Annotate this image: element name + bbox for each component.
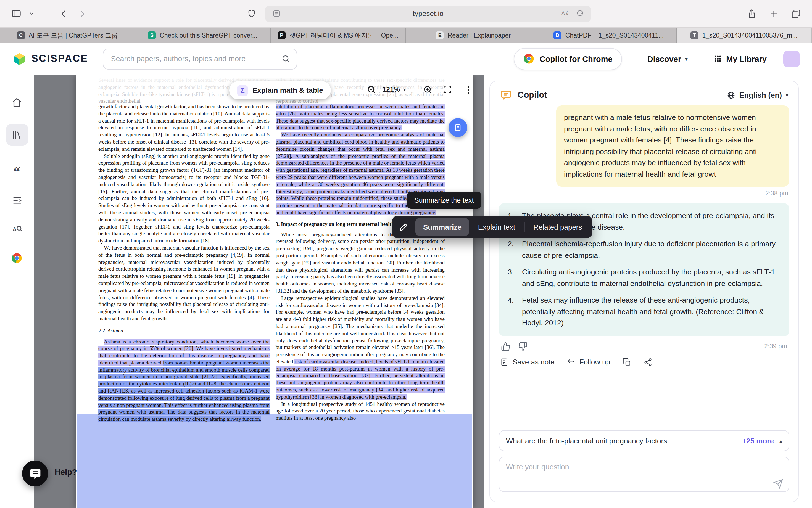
tab-favicon: C [17, 32, 25, 39]
highlighter-icon[interactable] [394, 218, 413, 236]
privacy-shield-icon[interactable] [243, 5, 259, 22]
pdf-page[interactable]: Several lines of evidence support a role… [76, 75, 474, 508]
chrome-icon [11, 252, 23, 264]
copilot-panel-area: Copilot English (en) ▾ pregnant with a m… [484, 75, 812, 508]
copilot-header: Copilot English (en) ▾ [490, 81, 798, 105]
back-button[interactable] [55, 5, 72, 22]
pdf-right-column: inhibition of placental inflammatory pro… [276, 103, 445, 422]
sidebar-item-citations[interactable]: “ [10, 165, 24, 179]
tab-chatgpt-learning[interactable]: P챗GPT 러닝데이 & MS 애저톤 – Ope... [271, 28, 406, 43]
sidebar: “ A [0, 75, 34, 508]
copy-icon [622, 357, 631, 366]
question-input[interactable] [499, 457, 789, 492]
help-chat-button[interactable] [22, 461, 48, 486]
help-label[interactable]: Help? [55, 468, 77, 476]
copilot-button-label: Copilot for Chrome [540, 54, 613, 63]
tab-chatgpters[interactable]: CAI 도구 모음 | ChatGPTers 그룹 [0, 28, 135, 43]
paragraph: In a longitudinal prospective study of 1… [276, 400, 445, 422]
scispace-cube-icon [12, 52, 27, 66]
zoom-out-button[interactable] [365, 83, 378, 96]
tab-typeset-active[interactable]: T1_s20_S0143400411005376_m... [677, 28, 812, 43]
menu-item-related-papers[interactable]: Related papers [526, 218, 590, 236]
thumbs-up-button[interactable] [501, 341, 511, 351]
menu-item-explain-text[interactable]: Explain text [470, 218, 523, 236]
search-input[interactable] [103, 48, 297, 69]
brand-name: SCISPACE [32, 53, 88, 65]
message-timestamp: 2:39 pm [764, 343, 787, 349]
quote-icon: “ [13, 168, 20, 176]
tab-explainpaper[interactable]: EReader | Explainpaper [406, 28, 541, 43]
feedback-row: 2:39 pm [499, 341, 789, 351]
translate-icon[interactable]: A文 [559, 7, 572, 20]
tab-favicon: D [554, 32, 562, 39]
library-icon [11, 129, 23, 140]
pdf-left-column: growth factor and placental growth facto… [98, 103, 270, 423]
notes-fab-button[interactable] [449, 118, 467, 137]
paper-plane-icon [773, 479, 783, 489]
zoom-level-dropdown[interactable]: 121% ▼ [382, 83, 407, 96]
caret-down-icon: ▼ [403, 87, 407, 91]
fullscreen-button[interactable] [441, 83, 454, 96]
answer-item: 2.Placental ischemia-reperfusion injury … [508, 239, 780, 261]
chevron-down-icon: ▾ [685, 56, 687, 61]
suggested-question-bar[interactable]: What are the feto-placental unit pregnan… [499, 430, 789, 451]
search-wrap [103, 48, 297, 69]
explain-math-table-button[interactable]: Σ Explain math & table [229, 81, 331, 99]
save-as-note-button[interactable]: Save as note [500, 357, 555, 366]
new-tab-icon[interactable] [766, 5, 782, 22]
tab-overview-icon[interactable] [788, 5, 804, 22]
suggested-question[interactable]: What are the feto-placental unit pregnan… [506, 436, 737, 445]
copilot-icon [500, 89, 512, 101]
paragraph: Large retrospective epidemiological stud… [276, 295, 445, 400]
scispace-logo[interactable]: SCISPACE [12, 52, 88, 66]
language-label: English (en) [739, 91, 782, 99]
sidebar-item-library-active[interactable] [6, 124, 28, 146]
chrome-icon [523, 53, 535, 65]
address-bar[interactable]: typeset.io A文 [265, 5, 591, 22]
highlighted-text: from non-asthmatic pregnant women increa… [98, 360, 270, 422]
language-selector[interactable]: English (en) ▾ [727, 91, 788, 99]
reload-button[interactable] [573, 7, 586, 20]
send-button[interactable] [773, 479, 783, 489]
app-body: “ A Several lines of evidence support a … [0, 75, 812, 508]
highlighted-text: inhibition of placental inflammatory pro… [276, 104, 445, 131]
sidebar-item-toc[interactable] [10, 193, 24, 208]
svg-text:A: A [12, 226, 16, 232]
zoom-in-button[interactable] [421, 83, 434, 96]
answer-item: 3.Circulating anti-angiogenic proteins p… [508, 267, 780, 289]
paragraph: growth factor and placental growth facto… [98, 103, 270, 153]
sidebar-item-home[interactable] [10, 95, 24, 109]
tab-chatpdf[interactable]: DChatPDF – 1_s20_S0143400411... [541, 28, 677, 43]
sidebar-toggle-button[interactable] [8, 5, 24, 22]
sidebar-item-chrome-extension[interactable] [10, 251, 24, 265]
my-library-menu[interactable]: My Library [713, 54, 767, 64]
globe-icon [727, 91, 735, 99]
forward-button[interactable] [74, 5, 91, 22]
paragraph: inhibition of placental inflammatory pro… [276, 103, 445, 131]
discover-menu[interactable]: Discover ▾ [647, 54, 688, 63]
browser-nav-group [8, 5, 91, 22]
thumbs-down-button[interactable] [518, 341, 528, 351]
follow-up-button[interactable]: Follow up [567, 357, 610, 366]
avatar[interactable] [783, 50, 800, 67]
menu-item-summarize[interactable]: Summarize [415, 218, 469, 236]
copy-button[interactable] [622, 357, 631, 366]
note-icon [500, 357, 509, 366]
share-button[interactable] [643, 357, 652, 366]
plain-text: Large retrospective epidemiological stud… [276, 295, 445, 364]
more-options-button[interactable]: ⋮ [462, 83, 475, 96]
copilot-for-chrome-button[interactable]: Copilot for Chrome [514, 48, 622, 70]
more-questions-link[interactable]: +25 more [742, 436, 774, 445]
screen: typeset.io A文 CAI 도구 모음 | ChatGP [0, 0, 812, 508]
question-input-wrap [499, 457, 789, 494]
zoom-level-value: 121% [382, 86, 400, 93]
section-heading-asthma: 2.2. Asthma [98, 327, 270, 334]
share-icon[interactable] [743, 5, 760, 22]
search-icon[interactable] [281, 54, 290, 63]
sidebar-chevron-icon[interactable] [27, 5, 36, 22]
copilot-footer: What are the feto-placental unit pregnan… [490, 425, 798, 502]
chat-bubble-icon [29, 467, 41, 479]
copilot-title: Copilot [518, 90, 547, 100]
sidebar-item-paraphraser[interactable]: A [10, 222, 24, 236]
tab-sharegpt[interactable]: SCheck out this ShareGPT conver... [135, 28, 271, 43]
